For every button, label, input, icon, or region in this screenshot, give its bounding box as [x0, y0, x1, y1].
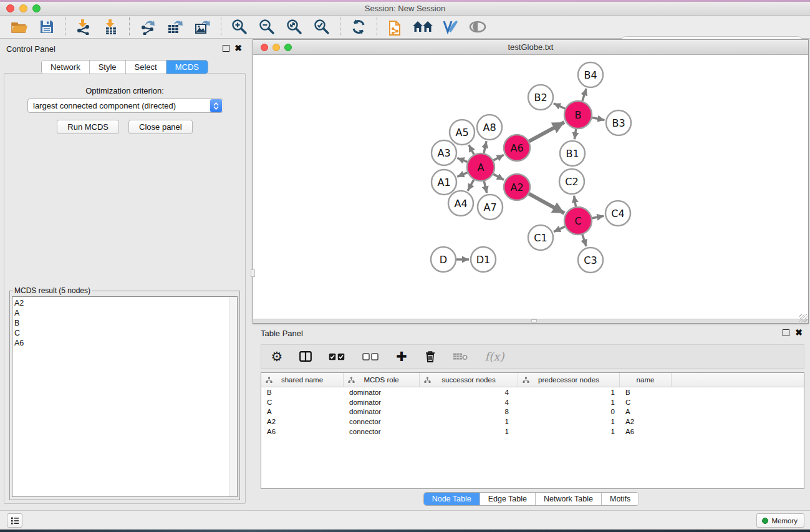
close-table-panel-icon[interactable]: ✖	[795, 329, 803, 336]
left-divider-grip[interactable]	[251, 269, 255, 277]
graph-node-C4[interactable]: C4	[605, 201, 630, 226]
graph-edge-A-A7[interactable]	[484, 181, 487, 193]
network-close-button[interactable]	[261, 44, 268, 51]
graph-node-B2[interactable]: B2	[528, 85, 553, 110]
graph-node-A8[interactable]: A8	[477, 115, 502, 140]
table-row[interactable]: Adominator80A	[261, 407, 804, 417]
divider-grip[interactable]	[531, 319, 537, 322]
graph-edge-C-C4[interactable]	[592, 216, 604, 218]
import-network-icon[interactable]	[73, 17, 94, 36]
graph-node-A4[interactable]: A4	[448, 191, 473, 216]
close-panel-button[interactable]: Close panel	[128, 120, 193, 134]
zoom-fit-icon[interactable]	[284, 17, 305, 36]
graph-edge-A-A6[interactable]	[493, 155, 504, 160]
memory-button[interactable]: Memory	[756, 513, 804, 528]
graph-node-C3[interactable]: C3	[578, 248, 603, 273]
table-settings-icon[interactable]: ⚙	[270, 349, 284, 364]
tab-node-table[interactable]: Node Table	[424, 493, 480, 505]
save-session-icon[interactable]	[36, 17, 57, 36]
graph-node-A[interactable]: A	[467, 153, 494, 181]
minimize-window-button[interactable]	[19, 4, 27, 12]
graph-node-B1[interactable]: B1	[560, 141, 585, 166]
graph-node-D[interactable]: D	[431, 247, 456, 272]
graph-node-D1[interactable]: D1	[471, 247, 496, 272]
run-mcds-button[interactable]: Run MCDS	[57, 120, 119, 134]
network-minimize-button[interactable]	[272, 44, 280, 51]
graph-edge-A-A1[interactable]	[457, 173, 467, 177]
add-column-icon[interactable]: ✚	[395, 349, 408, 364]
graph-edge-B-B1[interactable]	[574, 129, 576, 139]
graph-edge-C-C3[interactable]	[582, 235, 586, 246]
refresh-icon[interactable]	[348, 17, 369, 36]
close-window-button[interactable]	[6, 4, 14, 12]
graph-node-A3[interactable]: A3	[432, 140, 456, 165]
graph-node-A2[interactable]: A2	[504, 174, 530, 200]
graph-node-C1[interactable]: C1	[528, 225, 553, 250]
graph-node-A1[interactable]: A1	[432, 170, 456, 195]
column-header-successor-nodes[interactable]: successor nodes	[420, 373, 518, 387]
graph-edge-A6-B[interactable]	[529, 122, 564, 142]
home-icon[interactable]	[412, 17, 433, 36]
result-item-c[interactable]: C	[14, 328, 237, 338]
zoom-selected-icon[interactable]	[311, 17, 332, 36]
table-row[interactable]: A2connector11A2	[261, 417, 804, 427]
tab-network-table[interactable]: Network Table	[536, 493, 602, 505]
graph-edge-A-A5[interactable]	[469, 145, 474, 154]
network-canvas[interactable]: AA1A2A3A4A5A6A7A8BB1B2B3B4CC1C2C3C4DD1	[253, 55, 808, 319]
float-panel-icon[interactable]	[223, 45, 229, 52]
result-item-a[interactable]: A	[14, 308, 237, 318]
column-header-shared-name[interactable]: shared name	[261, 373, 344, 387]
graph-node-A5[interactable]: A5	[450, 120, 475, 145]
tab-edge-table[interactable]: Edge Table	[480, 493, 536, 505]
tab-mcds[interactable]: MCDS	[166, 60, 208, 74]
delete-column-icon[interactable]	[423, 349, 437, 364]
export-network-icon[interactable]	[137, 17, 158, 36]
network-from-document-icon[interactable]	[385, 17, 406, 36]
graph-edge-B-B4[interactable]	[582, 89, 586, 101]
export-table-icon[interactable]	[165, 17, 186, 36]
zoom-in-icon[interactable]	[229, 17, 250, 36]
column-header-MCDS-role[interactable]: MCDS role	[344, 373, 420, 387]
tab-style[interactable]: Style	[90, 60, 126, 74]
function-builder-icon[interactable]: f(x)	[483, 349, 506, 364]
result-item-a6[interactable]: A6	[14, 338, 237, 348]
result-item-a2[interactable]: A2	[14, 298, 237, 308]
deselect-all-icon[interactable]	[361, 349, 380, 364]
table-row[interactable]: Cdominator41C	[261, 397, 804, 407]
float-table-panel-icon[interactable]	[783, 329, 789, 336]
resize-grip-icon[interactable]	[799, 314, 808, 322]
task-history-button[interactable]	[7, 513, 22, 528]
zoom-out-icon[interactable]	[256, 17, 277, 36]
tab-network[interactable]: Network	[42, 60, 90, 74]
graph-edge-C-C2[interactable]	[574, 196, 576, 207]
graph-node-B3[interactable]: B3	[606, 110, 631, 135]
graph-node-B4[interactable]: B4	[578, 62, 603, 87]
tab-select[interactable]: Select	[126, 60, 166, 74]
delete-table-icon[interactable]	[452, 349, 468, 364]
column-header-name[interactable]: name	[620, 373, 672, 387]
tab-motifs[interactable]: Motifs	[602, 493, 639, 505]
eye-icon[interactable]	[467, 17, 488, 36]
graph-edge-A-A2[interactable]	[493, 174, 504, 180]
graph-edge-B-B3[interactable]	[592, 118, 605, 120]
graph-edge-A-A8[interactable]	[484, 141, 486, 153]
graph-edge-C-C1[interactable]	[554, 226, 565, 231]
open-session-icon[interactable]	[9, 17, 30, 36]
export-image-icon[interactable]	[192, 17, 213, 36]
graph-node-A7[interactable]: A7	[478, 195, 503, 220]
graph-edge-A-A3[interactable]	[457, 158, 467, 162]
network-zoom-button[interactable]	[284, 44, 292, 51]
visual-style-icon[interactable]	[440, 17, 461, 36]
result-item-b[interactable]: B	[14, 318, 237, 328]
import-table-icon[interactable]	[100, 17, 122, 36]
graph-node-C[interactable]: C	[564, 207, 592, 235]
select-all-icon[interactable]	[327, 349, 346, 364]
close-panel-icon[interactable]: ✖	[234, 45, 242, 52]
zoom-window-button[interactable]	[32, 4, 41, 12]
graph-edge-A2-C[interactable]	[529, 194, 564, 213]
graph-edge-A-A4[interactable]	[468, 180, 474, 191]
table-row[interactable]: A6connector11A6	[261, 427, 804, 437]
graph-node-A6[interactable]: A6	[504, 135, 530, 161]
graph-node-C2[interactable]: C2	[559, 169, 584, 194]
table-row[interactable]: Bdominator41B	[261, 387, 804, 397]
